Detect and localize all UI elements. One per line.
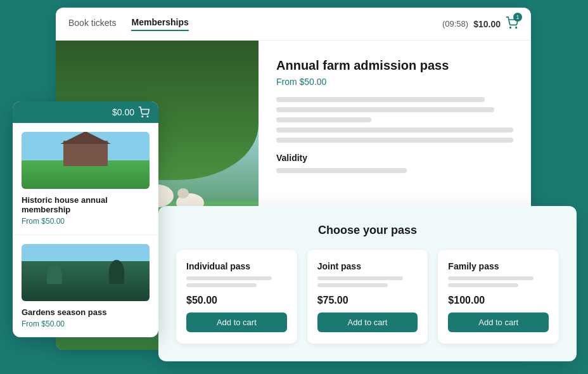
pass-price-individual: $50.00 — [186, 295, 287, 306]
nav-bar: Book tickets Memberships (09:58) $10.00 … — [56, 8, 531, 41]
pass-desc-line — [186, 283, 257, 287]
validity-line — [276, 168, 407, 173]
add-to-cart-family[interactable]: Add to cart — [448, 313, 549, 332]
pass-name-joint: Joint pass — [317, 261, 418, 271]
pass-desc-line — [186, 276, 272, 280]
pass-desc-line — [448, 276, 534, 280]
topiary-1 — [47, 265, 62, 284]
floating-card-price: $0.00 — [112, 107, 134, 117]
desc-line-3 — [276, 117, 371, 122]
desc-line-2 — [276, 107, 494, 112]
tab-book-tickets[interactable]: Book tickets — [68, 18, 116, 30]
pass-card-family: Family pass $100.00 Add to cart — [438, 250, 559, 344]
product-title: Annual farm admission pass — [276, 58, 513, 73]
garden-scene — [22, 244, 150, 301]
cart-total: $10.00 — [473, 19, 501, 29]
membership-item-house[interactable]: Historic house annual membership From $5… — [13, 123, 158, 235]
membership-price-garden: From $50.00 — [22, 319, 150, 328]
add-to-cart-joint[interactable]: Add to cart — [317, 313, 418, 332]
membership-img-garden — [22, 244, 150, 301]
validity-label: Validity — [276, 153, 513, 163]
pass-name-family: Family pass — [448, 261, 549, 271]
pass-name-individual: Individual pass — [186, 261, 287, 271]
floating-card-header: $0.00 — [13, 101, 158, 123]
pass-price-joint: $75.00 — [317, 295, 418, 306]
membership-price-house: From $50.00 — [22, 217, 150, 226]
house-scene — [22, 132, 150, 189]
add-to-cart-individual[interactable]: Add to cart — [186, 313, 287, 332]
membership-img-house — [22, 132, 150, 189]
pass-modal: Choose your pass Individual pass $50.00 … — [158, 206, 577, 361]
svg-point-1 — [516, 27, 517, 29]
membership-name-house: Historic house annual membership — [22, 195, 150, 214]
session-timer: (09:58) — [442, 19, 468, 29]
pass-desc-line — [317, 283, 388, 287]
topiary-2 — [109, 260, 124, 284]
cart-badge: 1 — [513, 13, 522, 22]
nav-tabs: Book tickets Memberships — [68, 17, 189, 31]
pass-card-joint: Joint pass $75.00 Add to cart — [307, 250, 428, 344]
nav-right: (09:58) $10.00 1 — [442, 16, 518, 31]
membership-item-garden[interactable]: Gardens season pass From $50.00 — [13, 235, 158, 337]
cart-button[interactable]: 1 — [506, 16, 518, 31]
membership-name-garden: Gardens season pass — [22, 307, 150, 317]
desc-line-1 — [276, 97, 485, 102]
svg-point-2 — [142, 116, 143, 117]
pass-card-individual: Individual pass $50.00 Add to cart — [176, 250, 297, 344]
svg-point-0 — [510, 27, 511, 29]
desc-line-5 — [276, 138, 513, 143]
floating-membership-card: $0.00 Historic house annual membership F… — [13, 101, 158, 337]
product-price: From $50.00 — [276, 77, 513, 87]
pass-modal-title: Choose your pass — [176, 224, 559, 237]
sheep-head — [177, 188, 189, 198]
pass-price-family: $100.00 — [448, 295, 549, 306]
pass-cards: Individual pass $50.00 Add to cart Joint… — [176, 250, 559, 344]
pass-desc-line — [317, 276, 403, 280]
pass-desc-line — [448, 283, 518, 287]
tab-memberships[interactable]: Memberships — [131, 17, 188, 31]
desc-line-4 — [276, 127, 513, 132]
cart-icon-floating — [138, 106, 150, 118]
svg-point-3 — [147, 116, 148, 117]
house-building — [63, 141, 108, 166]
